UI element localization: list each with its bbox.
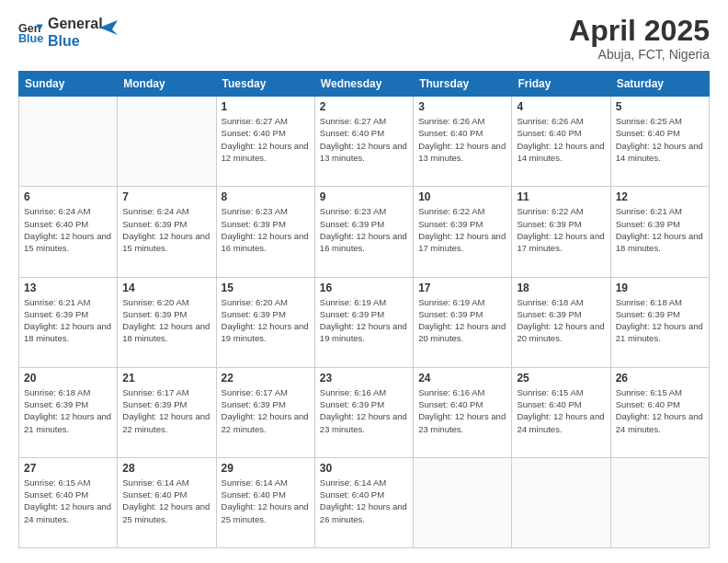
day-info: Sunrise: 6:14 AM Sunset: 6:40 PM Dayligh… <box>122 477 210 525</box>
calendar-day-cell: 26Sunrise: 6:15 AM Sunset: 6:40 PM Dayli… <box>610 367 709 457</box>
logo-general: General <box>48 15 103 32</box>
day-number: 23 <box>320 372 408 385</box>
day-info: Sunrise: 6:24 AM Sunset: 6:40 PM Dayligh… <box>24 205 112 254</box>
col-tuesday: Tuesday <box>216 72 314 97</box>
calendar-day-cell: 3Sunrise: 6:26 AM Sunset: 6:40 PM Daylig… <box>414 97 512 187</box>
day-number: 21 <box>122 372 210 385</box>
day-number: 5 <box>616 100 704 113</box>
calendar-day-cell: 29Sunrise: 6:14 AM Sunset: 6:40 PM Dayli… <box>216 457 314 547</box>
day-info: Sunrise: 6:19 AM Sunset: 6:39 PM Dayligh… <box>320 296 408 345</box>
day-info: Sunrise: 6:15 AM Sunset: 6:40 PM Dayligh… <box>616 386 704 435</box>
calendar-day-cell: 27Sunrise: 6:15 AM Sunset: 6:40 PM Dayli… <box>19 457 118 547</box>
day-number: 28 <box>122 462 210 475</box>
day-number: 8 <box>222 190 310 203</box>
day-info: Sunrise: 6:25 AM Sunset: 6:40 PM Dayligh… <box>616 115 704 164</box>
calendar-day-cell: 12Sunrise: 6:21 AM Sunset: 6:39 PM Dayli… <box>610 187 709 277</box>
calendar-day-cell: 2Sunrise: 6:27 AM Sunset: 6:40 PM Daylig… <box>314 97 413 187</box>
day-info: Sunrise: 6:17 AM Sunset: 6:39 PM Dayligh… <box>122 386 210 435</box>
day-number: 12 <box>616 190 704 203</box>
svg-marker-3 <box>99 20 118 35</box>
calendar-day-cell: 5Sunrise: 6:25 AM Sunset: 6:40 PM Daylig… <box>610 97 709 187</box>
day-info: Sunrise: 6:20 AM Sunset: 6:39 PM Dayligh… <box>122 296 210 345</box>
logo-bird-icon <box>99 17 118 39</box>
title-block: April 2025 Abuja, FCT, Nigeria <box>569 15 710 62</box>
logo-blue: Blue <box>48 32 103 50</box>
calendar-day-cell <box>414 457 512 547</box>
day-info: Sunrise: 6:18 AM Sunset: 6:39 PM Dayligh… <box>517 296 605 345</box>
calendar-week-row: 13Sunrise: 6:21 AM Sunset: 6:39 PM Dayli… <box>19 277 710 367</box>
page: Gen Blue General Blue April 2025 Abuja, … <box>0 0 728 563</box>
day-info: Sunrise: 6:15 AM Sunset: 6:40 PM Dayligh… <box>24 477 112 525</box>
day-info: Sunrise: 6:21 AM Sunset: 6:39 PM Dayligh… <box>24 296 112 345</box>
calendar-day-cell: 16Sunrise: 6:19 AM Sunset: 6:39 PM Dayli… <box>314 277 413 367</box>
calendar-day-cell: 17Sunrise: 6:19 AM Sunset: 6:39 PM Dayli… <box>414 277 512 367</box>
weekday-header-row: Sunday Monday Tuesday Wednesday Thursday… <box>19 72 710 97</box>
calendar-day-cell: 6Sunrise: 6:24 AM Sunset: 6:40 PM Daylig… <box>19 187 118 277</box>
calendar-day-cell: 15Sunrise: 6:20 AM Sunset: 6:39 PM Dayli… <box>216 277 314 367</box>
day-info: Sunrise: 6:14 AM Sunset: 6:40 PM Dayligh… <box>222 477 310 525</box>
day-number: 17 <box>418 282 506 294</box>
day-number: 29 <box>222 462 310 475</box>
day-number: 22 <box>222 372 310 385</box>
col-sunday: Sunday <box>19 72 118 97</box>
day-number: 9 <box>320 190 408 203</box>
day-number: 7 <box>122 190 210 203</box>
calendar-day-cell: 1Sunrise: 6:27 AM Sunset: 6:40 PM Daylig… <box>216 97 314 187</box>
day-info: Sunrise: 6:27 AM Sunset: 6:40 PM Dayligh… <box>320 115 408 164</box>
day-number: 13 <box>24 282 112 294</box>
col-thursday: Thursday <box>414 72 512 97</box>
day-number: 15 <box>222 282 310 294</box>
calendar-day-cell: 11Sunrise: 6:22 AM Sunset: 6:39 PM Dayli… <box>512 187 610 277</box>
logo: Gen Blue General Blue <box>18 15 118 50</box>
day-number: 1 <box>222 100 310 113</box>
day-info: Sunrise: 6:20 AM Sunset: 6:39 PM Dayligh… <box>222 296 310 345</box>
day-number: 25 <box>517 372 605 385</box>
day-info: Sunrise: 6:22 AM Sunset: 6:39 PM Dayligh… <box>418 205 506 254</box>
calendar-day-cell: 25Sunrise: 6:15 AM Sunset: 6:40 PM Dayli… <box>512 367 610 457</box>
day-number: 4 <box>517 100 605 113</box>
col-wednesday: Wednesday <box>314 72 413 97</box>
calendar-day-cell <box>512 457 610 547</box>
day-info: Sunrise: 6:24 AM Sunset: 6:39 PM Dayligh… <box>122 205 210 254</box>
calendar-subtitle: Abuja, FCT, Nigeria <box>569 47 710 62</box>
calendar-day-cell: 9Sunrise: 6:23 AM Sunset: 6:39 PM Daylig… <box>314 187 413 277</box>
calendar-table: Sunday Monday Tuesday Wednesday Thursday… <box>18 71 710 548</box>
day-number: 14 <box>122 282 210 294</box>
svg-text:Blue: Blue <box>18 32 43 45</box>
calendar-week-row: 1Sunrise: 6:27 AM Sunset: 6:40 PM Daylig… <box>19 97 710 187</box>
calendar-day-cell: 14Sunrise: 6:20 AM Sunset: 6:39 PM Dayli… <box>118 277 216 367</box>
day-info: Sunrise: 6:14 AM Sunset: 6:40 PM Dayligh… <box>320 477 408 525</box>
day-number: 3 <box>418 100 506 113</box>
calendar-day-cell: 10Sunrise: 6:22 AM Sunset: 6:39 PM Dayli… <box>414 187 512 277</box>
calendar-day-cell: 21Sunrise: 6:17 AM Sunset: 6:39 PM Dayli… <box>118 367 216 457</box>
calendar-day-cell: 7Sunrise: 6:24 AM Sunset: 6:39 PM Daylig… <box>118 187 216 277</box>
day-info: Sunrise: 6:27 AM Sunset: 6:40 PM Dayligh… <box>222 115 310 164</box>
logo-icon: Gen Blue <box>18 19 44 45</box>
header: Gen Blue General Blue April 2025 Abuja, … <box>18 15 710 62</box>
day-info: Sunrise: 6:21 AM Sunset: 6:39 PM Dayligh… <box>616 205 704 254</box>
day-number: 18 <box>517 282 605 294</box>
calendar-day-cell: 4Sunrise: 6:26 AM Sunset: 6:40 PM Daylig… <box>512 97 610 187</box>
day-info: Sunrise: 6:17 AM Sunset: 6:39 PM Dayligh… <box>222 386 310 435</box>
day-number: 10 <box>418 190 506 203</box>
day-number: 16 <box>320 282 408 294</box>
calendar-week-row: 20Sunrise: 6:18 AM Sunset: 6:39 PM Dayli… <box>19 367 710 457</box>
day-number: 11 <box>517 190 605 203</box>
col-saturday: Saturday <box>610 72 709 97</box>
day-number: 2 <box>320 100 408 113</box>
calendar-day-cell: 19Sunrise: 6:18 AM Sunset: 6:39 PM Dayli… <box>610 277 709 367</box>
col-monday: Monday <box>118 72 216 97</box>
day-info: Sunrise: 6:26 AM Sunset: 6:40 PM Dayligh… <box>517 115 605 164</box>
calendar-day-cell: 18Sunrise: 6:18 AM Sunset: 6:39 PM Dayli… <box>512 277 610 367</box>
calendar-day-cell <box>118 97 216 187</box>
day-info: Sunrise: 6:26 AM Sunset: 6:40 PM Dayligh… <box>418 115 506 164</box>
day-info: Sunrise: 6:18 AM Sunset: 6:39 PM Dayligh… <box>616 296 704 345</box>
day-info: Sunrise: 6:18 AM Sunset: 6:39 PM Dayligh… <box>24 386 112 435</box>
day-number: 6 <box>24 190 112 203</box>
day-info: Sunrise: 6:23 AM Sunset: 6:39 PM Dayligh… <box>222 205 310 254</box>
calendar-day-cell: 30Sunrise: 6:14 AM Sunset: 6:40 PM Dayli… <box>314 457 413 547</box>
calendar-day-cell <box>19 97 118 187</box>
day-number: 24 <box>418 372 506 385</box>
day-info: Sunrise: 6:23 AM Sunset: 6:39 PM Dayligh… <box>320 205 408 254</box>
calendar-week-row: 27Sunrise: 6:15 AM Sunset: 6:40 PM Dayli… <box>19 457 710 547</box>
